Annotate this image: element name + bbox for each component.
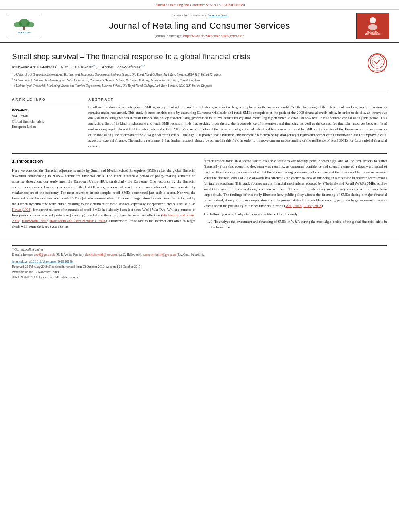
article-info-abstract-section: ARTICLE INFO Keywords: SME retail Global… xyxy=(12,93,387,154)
author-b-name: , Alan G. Hallsworth xyxy=(58,65,93,69)
objective-1: 1. To analyze the investment and financi… xyxy=(211,219,387,230)
abstract-text: Small and medium-sized enterprises (SMEs… xyxy=(88,105,387,150)
sciencedirect-line: Contents lists available at ScienceDirec… xyxy=(171,13,229,18)
article-info-heading: ARTICLE INFO xyxy=(12,97,80,102)
svg-point-8 xyxy=(368,24,378,30)
intro-num: 1. xyxy=(12,159,16,164)
email-addresses: am49@gre.ac.uk (M.-P. Arrieta-Paredes), … xyxy=(34,253,204,257)
affil-c: c c University of Greenwich, Marketing, … xyxy=(12,83,364,88)
elsevier-logo: ELSEVIER xyxy=(8,15,40,37)
intro-right-col: further eroded trade in a sector where a… xyxy=(204,158,387,232)
check-badge-label: Check for updates xyxy=(370,70,385,72)
paper-title: Small shop survival – The financial resp… xyxy=(12,52,364,62)
header-center: Contents lists available at ScienceDirec… xyxy=(48,13,351,39)
intro-left-col: 1. Introduction Here we consider the fin… xyxy=(12,158,195,232)
affiliations: a a University of Greenwich, Internation… xyxy=(12,72,364,88)
sciencedirect-link[interactable]: ScienceDirect xyxy=(208,13,228,17)
intro-title: Introduction xyxy=(17,159,43,164)
journal-homepage: journal homepage: http://www.elsevier.co… xyxy=(155,33,243,39)
authors-line: Mary-Paz Arrieta-Paredesa , Alan G. Hall… xyxy=(12,64,364,70)
email-1[interactable]: am49@gre.ac.uk xyxy=(34,253,55,257)
paper-title-section: Small shop survival – The financial resp… xyxy=(12,47,387,93)
keyword-1: SME retail xyxy=(12,113,80,119)
keywords-label: Keywords: xyxy=(12,107,80,113)
wolf-2018-ref[interactable]: Wolf, 2018 xyxy=(285,204,301,208)
affil-a: a a University of Greenwich, Internation… xyxy=(12,72,364,77)
author-a-name: Mary-Paz Arrieta-Paredes xyxy=(12,65,56,69)
contents-label: Contents lists available at xyxy=(171,13,208,17)
keyword-3: European Union xyxy=(12,124,80,129)
homepage-label: journal homepage: xyxy=(155,34,182,38)
footer-area: * Corresponding author. E-mail addresses… xyxy=(0,240,399,283)
elsevier-logo-svg: ELSEVIER xyxy=(8,16,40,36)
corresponding-note: * Corresponding author. xyxy=(12,247,387,252)
abstract-col: ABSTRACT Small and medium-sized enterpri… xyxy=(88,97,387,149)
article-info-col: ARTICLE INFO Keywords: SME retail Global… xyxy=(12,97,80,149)
page-wrapper: Journal of Retailing and Consumer Servic… xyxy=(0,0,399,283)
svg-point-3 xyxy=(26,22,34,27)
svg-text:AND CONSUMER: AND CONSUMER xyxy=(365,33,381,35)
article-area: Small shop survival – The financial resp… xyxy=(0,43,399,240)
copyright: 0969-6989/© 2019 Elsevier Ltd. All right… xyxy=(12,275,387,279)
email-2[interactable]: alan.hallsworth@port.ac.uk xyxy=(85,253,118,257)
keyword-2: Global financial crisis xyxy=(12,119,80,124)
svg-point-2 xyxy=(14,22,22,27)
svg-text:RETAILING: RETAILING xyxy=(367,30,378,33)
email-3[interactable]: a.coca-stefaniak@gre.ac.uk xyxy=(143,253,176,257)
paper-title-text: Small shop survival – The financial resp… xyxy=(12,52,364,90)
header-right: RETAILING AND CONSUMER xyxy=(355,13,391,39)
introduction-section: 1. Introduction Here we consider the fin… xyxy=(12,154,387,236)
research-objectives-list: 1. To analyze the investment and financi… xyxy=(204,219,387,230)
author-a-sup: a xyxy=(56,64,57,67)
author-c-sup: c, * xyxy=(141,64,145,67)
intro-left-text: Here we consider the financial adjustmen… xyxy=(12,168,195,230)
svg-point-7 xyxy=(370,17,376,23)
intro-right-text: further eroded trade in a sector where a… xyxy=(204,158,387,209)
journal-top-bar: Journal of Retailing and Consumer Servic… xyxy=(0,0,399,10)
following-objectives-text: The following research objectives were e… xyxy=(204,212,387,217)
svg-text:ELSEVIER: ELSEVIER xyxy=(17,31,31,34)
intro-section-title: 1. Introduction xyxy=(12,158,195,164)
abstract-heading: ABSTRACT xyxy=(88,97,387,102)
author-c-name: , J. Andres Coca-Stefaniak xyxy=(96,65,141,69)
doi-link[interactable]: https://doi.org/10.1016/j.jretconser.201… xyxy=(12,259,387,264)
footer-emails: E-mail addresses: am49@gre.ac.uk (M.-P. … xyxy=(12,253,387,257)
journal-title: Journal of Retailing and Consumer Servic… xyxy=(109,20,290,32)
header-left: ELSEVIER xyxy=(8,13,44,39)
email-label: E-mail addresses: xyxy=(12,253,33,257)
top-bar-text: Journal of Retailing and Consumer Servic… xyxy=(154,3,245,7)
hallsworth-2010-ref[interactable]: Hallsworth, 2010 xyxy=(22,219,47,223)
check-for-updates-badge: Check for updates xyxy=(368,53,387,73)
howe-reference[interactable]: Howe (1992) xyxy=(12,207,31,212)
author-b-sup: b xyxy=(93,64,95,67)
homepage-link[interactable]: http://www.elsevier.com/locate/jretconse… xyxy=(183,34,244,38)
hallsworth-coca-ref[interactable]: Hallsworth and Coca-Stefaniak, 2018 xyxy=(50,219,106,223)
elliott-2018-ref[interactable]: Elliott, 2018 xyxy=(304,204,322,208)
header-section: ELSEVIER Contents lists available at Sci… xyxy=(0,10,399,43)
affil-b: b b University of Portsmouth, Marketing … xyxy=(12,77,364,82)
received-dates: Received 20 February 2019; Received in r… xyxy=(12,265,387,269)
consumer-services-logo: RETAILING AND CONSUMER xyxy=(356,13,389,39)
available-online: Available online 12 November 2019 xyxy=(12,270,387,274)
svg-rect-4 xyxy=(23,26,25,30)
svg-point-12 xyxy=(372,57,382,66)
